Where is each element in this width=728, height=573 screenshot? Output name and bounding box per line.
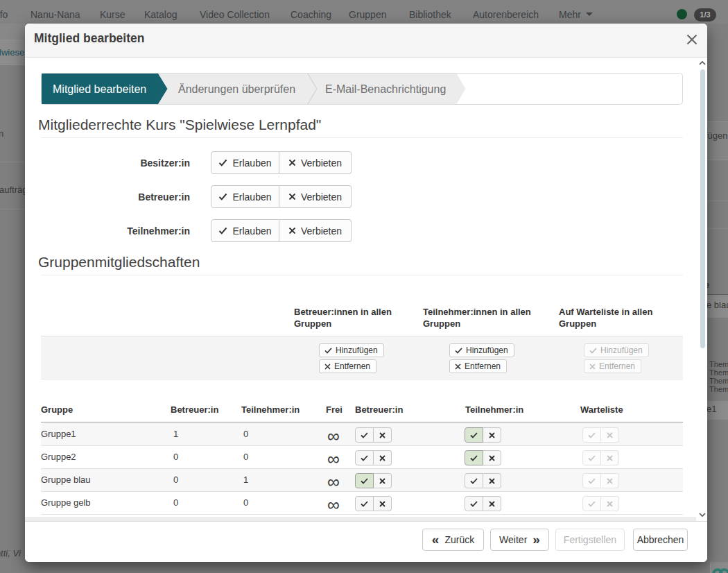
svg-text:E-Mail-Benachrichtigung: E-Mail-Benachrichtigung (325, 83, 446, 95)
svg-text:Änderungen überprüfen: Änderungen überprüfen (178, 83, 295, 95)
svg-text:Mitglied bearbeiten: Mitglied bearbeiten (53, 83, 146, 95)
